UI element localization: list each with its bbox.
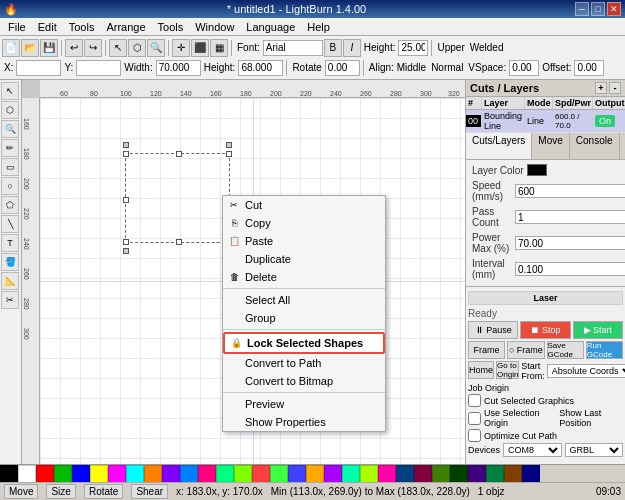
height-input[interactable] <box>398 40 428 56</box>
home-button[interactable]: Home <box>468 361 494 379</box>
color-red[interactable] <box>36 465 54 483</box>
canvas-area[interactable]: 60 80 100 120 140 160 180 200 220 240 26… <box>22 80 465 464</box>
color-aquamarine[interactable] <box>342 465 360 483</box>
color-dark-navy[interactable] <box>522 465 540 483</box>
devices-select[interactable]: COM8 <box>503 443 562 457</box>
measure-tool[interactable]: 📐 <box>1 272 19 290</box>
status-shear[interactable]: Shear <box>131 484 168 499</box>
add-layer-button[interactable]: + <box>595 82 607 94</box>
speed-input[interactable] <box>515 184 625 198</box>
ctx-selectall[interactable]: Select All <box>223 291 385 309</box>
color-green[interactable] <box>54 465 72 483</box>
color-hot-pink[interactable] <box>378 465 396 483</box>
color-brown[interactable] <box>504 465 522 483</box>
start-from-select[interactable]: Absolute Coords User Origin <box>547 364 625 378</box>
zoom-tool[interactable]: 🔍 <box>1 120 19 138</box>
ctx-delete[interactable]: 🗑 Delete <box>223 268 385 286</box>
select-tool[interactable]: ↖ <box>1 82 19 100</box>
layer-color-swatch[interactable] <box>527 164 547 176</box>
menu-tools2[interactable]: Tools <box>152 18 190 35</box>
status-size[interactable]: Size <box>46 484 75 499</box>
cut-selected-checkbox[interactable] <box>468 394 481 407</box>
ctx-convert-path[interactable]: Convert to Path <box>223 354 385 372</box>
text-tool[interactable]: T <box>1 234 19 252</box>
italic-button[interactable]: I <box>343 39 361 57</box>
menu-edit[interactable]: Edit <box>32 18 63 35</box>
ctx-cut[interactable]: ✂ Cut <box>223 196 385 214</box>
tab-cuts-layers[interactable]: Cuts/Layers <box>466 133 532 159</box>
offset-input[interactable] <box>574 60 604 76</box>
color-mint[interactable] <box>216 465 234 483</box>
line-tool[interactable]: ╲ <box>1 215 19 233</box>
pen-tool[interactable]: ✏ <box>1 139 19 157</box>
color-orange[interactable] <box>144 465 162 483</box>
vspace-input[interactable] <box>509 60 539 76</box>
pass-input[interactable] <box>515 210 625 224</box>
o-frame-button[interactable]: ○ Frame <box>507 341 544 359</box>
node-tool[interactable]: ⬡ <box>1 101 19 119</box>
menu-help[interactable]: Help <box>301 18 336 35</box>
color-salmon[interactable] <box>252 465 270 483</box>
color-light-green[interactable] <box>270 465 288 483</box>
go-to-origin-button[interactable]: Go to Origin <box>496 361 519 379</box>
y-input[interactable]: 294.000 <box>76 60 121 76</box>
tab-console[interactable]: Console <box>570 133 620 159</box>
align-v-button[interactable]: ▦ <box>210 39 228 57</box>
color-pink[interactable] <box>198 465 216 483</box>
color-yellow-green[interactable] <box>360 465 378 483</box>
start-button[interactable]: ▶ Start <box>573 321 623 339</box>
x-input[interactable]: 149.000 <box>16 60 61 76</box>
color-purple[interactable] <box>162 465 180 483</box>
new-button[interactable]: 📄 <box>2 39 20 57</box>
ctx-copy[interactable]: ⎘ Copy <box>223 214 385 232</box>
tab-move[interactable]: Move <box>532 133 569 159</box>
color-maroon[interactable] <box>414 465 432 483</box>
pause-button[interactable]: ⏸ Pause <box>468 321 518 339</box>
redo-button[interactable]: ↪ <box>84 39 102 57</box>
ctx-show-properties[interactable]: Show Properties <box>223 413 385 431</box>
ctx-lock[interactable]: 🔒 Lock Selected Shapes <box>223 332 385 354</box>
menu-window[interactable]: Window <box>189 18 240 35</box>
width-input[interactable] <box>156 60 201 76</box>
polygon-tool[interactable]: ⬠ <box>1 196 19 214</box>
output-toggle[interactable]: On <box>595 115 615 127</box>
tab-shape-props[interactable]: Shape Prop <box>620 133 625 159</box>
maximize-button[interactable]: □ <box>591 2 605 16</box>
optimize-checkbox[interactable] <box>468 429 481 442</box>
layer-row[interactable]: 00 Bounding Line Line 600.0 / 70.0 On <box>466 110 625 133</box>
align-h-button[interactable]: ⬛ <box>191 39 209 57</box>
device-type-select[interactable]: GRBL <box>565 443 624 457</box>
color-white[interactable] <box>18 465 36 483</box>
ctx-convert-bitmap[interactable]: Convert to Bitmap <box>223 372 385 390</box>
color-blue[interactable] <box>72 465 90 483</box>
undo-button[interactable]: ↩ <box>65 39 83 57</box>
color-teal[interactable] <box>486 465 504 483</box>
color-black[interactable] <box>0 465 18 483</box>
minimize-button[interactable]: ─ <box>575 2 589 16</box>
ctx-paste[interactable]: 📋 Paste <box>223 232 385 250</box>
rotate-input[interactable] <box>325 60 360 76</box>
menu-file[interactable]: File <box>2 18 32 35</box>
color-lime[interactable] <box>234 465 252 483</box>
color-cyan[interactable] <box>126 465 144 483</box>
save-button[interactable]: 💾 <box>40 39 58 57</box>
color-indigo[interactable] <box>468 465 486 483</box>
color-navy[interactable] <box>396 465 414 483</box>
interval-input[interactable] <box>515 262 625 276</box>
color-periwinkle[interactable] <box>288 465 306 483</box>
move-button[interactable]: ✛ <box>172 39 190 57</box>
select-button[interactable]: ↖ <box>109 39 127 57</box>
color-yellow[interactable] <box>90 465 108 483</box>
fill-tool[interactable]: 🪣 <box>1 253 19 271</box>
stop-button[interactable]: ⏹ Stop <box>520 321 570 339</box>
remove-layer-button[interactable]: - <box>609 82 621 94</box>
use-selection-checkbox[interactable] <box>468 412 481 425</box>
power-input[interactable] <box>515 236 625 250</box>
font-input[interactable] <box>263 40 323 56</box>
menu-tools[interactable]: Tools <box>63 18 101 35</box>
color-dark-green[interactable] <box>450 465 468 483</box>
menu-arrange[interactable]: Arrange <box>100 18 151 35</box>
color-violet[interactable] <box>324 465 342 483</box>
status-move[interactable]: Move <box>4 484 38 499</box>
frame-button[interactable]: Frame <box>468 341 505 359</box>
